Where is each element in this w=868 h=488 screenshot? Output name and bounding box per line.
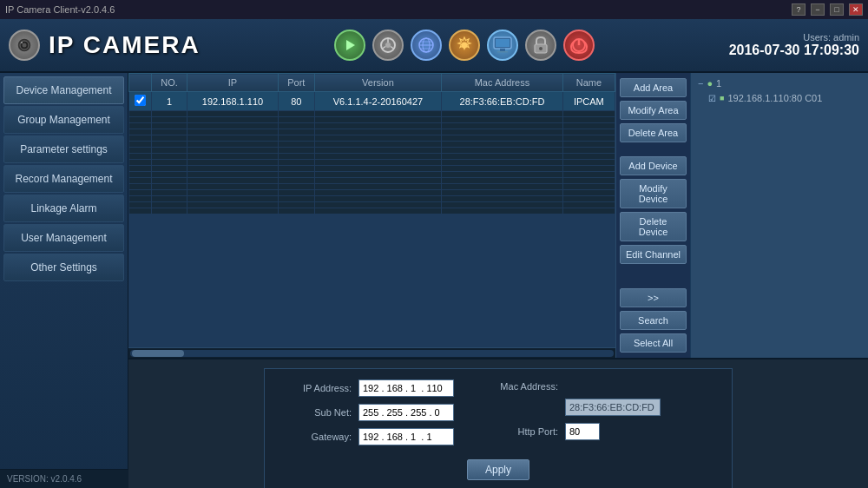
svg-point-3 bbox=[21, 42, 23, 43]
svg-rect-17 bbox=[496, 39, 510, 47]
table-row[interactable] bbox=[129, 172, 615, 178]
col-name: Name bbox=[562, 74, 615, 92]
sidebar-item-group-management[interactable]: Group Management bbox=[3, 106, 124, 134]
table-row[interactable] bbox=[129, 142, 615, 148]
globe-icon[interactable] bbox=[411, 30, 442, 61]
table-row[interactable] bbox=[129, 154, 615, 160]
http-port-row: Http Port: bbox=[489, 423, 661, 440]
scrollbar-track[interactable] bbox=[130, 350, 614, 357]
row-mac: 28:F3:66:EB:CD:FD bbox=[442, 92, 563, 111]
row-checkbox-cell[interactable] bbox=[129, 92, 152, 111]
table-row[interactable] bbox=[129, 129, 615, 135]
mac-input-row bbox=[489, 399, 661, 416]
close-button[interactable]: ✕ bbox=[849, 3, 863, 16]
table-row[interactable] bbox=[129, 166, 615, 172]
gateway-input[interactable] bbox=[358, 428, 454, 445]
sidebar-item-parameter-settings[interactable]: Parameter settings bbox=[3, 135, 124, 163]
table-row[interactable] bbox=[129, 184, 615, 190]
form-right-col: Mac Address: Http Port: bbox=[489, 379, 661, 452]
settings-icon[interactable] bbox=[449, 30, 480, 61]
apply-button[interactable]: Apply bbox=[467, 459, 529, 480]
col-no: NO. bbox=[152, 74, 187, 92]
search-button[interactable]: Search bbox=[620, 311, 687, 330]
svg-rect-18 bbox=[500, 49, 505, 51]
header: IP CAMERA bbox=[0, 19, 868, 73]
subnet-row: Sub Net: bbox=[282, 404, 454, 421]
mac-label: Mac Address: bbox=[489, 381, 558, 392]
users-label: Users: admin bbox=[729, 32, 859, 43]
gateway-label: Gateway: bbox=[282, 432, 352, 442]
row-checkbox[interactable] bbox=[135, 95, 146, 106]
row-port: 80 bbox=[278, 92, 314, 111]
edit-channel-button[interactable]: Edit Channel bbox=[620, 245, 687, 264]
http-port-label: Http Port: bbox=[489, 426, 558, 437]
tree-panel: − ● 1 ☑ ■ 192.168.1.110:80 C01 bbox=[690, 73, 868, 358]
delete-device-button[interactable]: Delete Device bbox=[620, 212, 687, 241]
http-port-input[interactable] bbox=[565, 423, 600, 440]
version-text: VERSION: v2.0.4.6 bbox=[7, 474, 82, 484]
lock-icon[interactable] bbox=[525, 30, 556, 61]
table-row[interactable] bbox=[129, 160, 615, 166]
table-row[interactable] bbox=[129, 135, 615, 142]
svg-point-2 bbox=[23, 43, 27, 48]
table-scrollbar[interactable] bbox=[128, 347, 615, 358]
table-area: NO. IP Port Version Mac Address Name bbox=[128, 73, 616, 358]
form-left-col: IP Address: Sub Net: Gateway: bbox=[282, 379, 454, 452]
titlebar-controls: ? − □ ✕ bbox=[792, 3, 863, 16]
sidebar: Device Management Group Management Param… bbox=[0, 73, 128, 488]
ip-label: IP Address: bbox=[282, 383, 352, 393]
table-scroll[interactable]: NO. IP Port Version Mac Address Name bbox=[128, 73, 615, 347]
ip-input[interactable] bbox=[358, 379, 454, 397]
sidebar-item-linkage-alarm[interactable]: Linkage Alarm bbox=[3, 195, 124, 222]
add-device-button[interactable]: Add Device bbox=[620, 156, 687, 175]
add-area-button[interactable]: Add Area bbox=[620, 78, 687, 97]
monitor-icon[interactable] bbox=[487, 30, 518, 61]
tree-check-icon: ☑ bbox=[708, 94, 716, 103]
col-port: Port bbox=[278, 74, 314, 92]
tree-camera-item[interactable]: ☑ ■ 192.168.1.110:80 C01 bbox=[694, 90, 865, 106]
gateway-row: Gateway: bbox=[282, 428, 454, 445]
header-icons bbox=[334, 30, 595, 61]
table-row[interactable] bbox=[129, 190, 615, 196]
table-row[interactable] bbox=[129, 148, 615, 154]
tree-camera-label: 192.168.1.110:80 C01 bbox=[727, 93, 822, 103]
sidebar-item-user-management[interactable]: User Management bbox=[3, 224, 124, 252]
version-bar: VERSION: v2.0.4.6 bbox=[0, 469, 128, 488]
table-row[interactable]: 1 192.168.1.110 80 V6.1.1.4-2-20160427 2… bbox=[129, 92, 615, 111]
table-row[interactable] bbox=[129, 196, 615, 202]
sidebar-item-other-settings[interactable]: Other Settings bbox=[3, 254, 124, 281]
table-row[interactable] bbox=[129, 178, 615, 184]
modify-device-button[interactable]: Modify Device bbox=[620, 179, 687, 208]
forward-button[interactable]: >> bbox=[620, 288, 687, 307]
table-row[interactable] bbox=[129, 123, 615, 129]
bottom-section: IP Address: Sub Net: Gateway: bbox=[128, 359, 868, 488]
minimize-button[interactable]: − bbox=[811, 3, 825, 16]
col-checkbox bbox=[129, 74, 152, 92]
svg-marker-4 bbox=[346, 40, 355, 50]
tree-collapse-icon[interactable]: − bbox=[698, 78, 703, 89]
steering-wheel-icon[interactable] bbox=[372, 30, 404, 61]
col-mac: Mac Address bbox=[442, 74, 563, 92]
sidebar-item-device-management[interactable]: Device Management bbox=[3, 76, 124, 104]
help-button[interactable]: ? bbox=[792, 3, 806, 16]
col-version: Version bbox=[314, 74, 442, 92]
table-row[interactable] bbox=[129, 111, 615, 117]
sidebar-item-record-management[interactable]: Record Management bbox=[3, 165, 124, 193]
tree-root-label: 1 bbox=[716, 78, 721, 89]
maximize-button[interactable]: □ bbox=[830, 3, 844, 16]
select-all-button[interactable]: Select All bbox=[620, 333, 687, 353]
power-icon[interactable] bbox=[563, 30, 595, 61]
device-table: NO. IP Port Version Mac Address Name bbox=[128, 73, 615, 214]
modify-area-button[interactable]: Modify Area bbox=[620, 101, 687, 120]
svg-point-6 bbox=[385, 43, 391, 48]
subnet-input[interactable] bbox=[358, 404, 454, 421]
play-icon[interactable] bbox=[334, 30, 365, 61]
header-right: Users: admin 2016-07-30 17:09:30 bbox=[729, 32, 859, 58]
row-version: V6.1.1.4-2-20160427 bbox=[314, 92, 442, 111]
table-row[interactable] bbox=[129, 208, 615, 214]
table-row[interactable] bbox=[129, 202, 615, 208]
delete-area-button[interactable]: Delete Area bbox=[620, 123, 687, 142]
scrollbar-thumb[interactable] bbox=[132, 350, 184, 357]
table-row[interactable] bbox=[129, 117, 615, 123]
tree-connected-icon: ● bbox=[707, 78, 713, 89]
